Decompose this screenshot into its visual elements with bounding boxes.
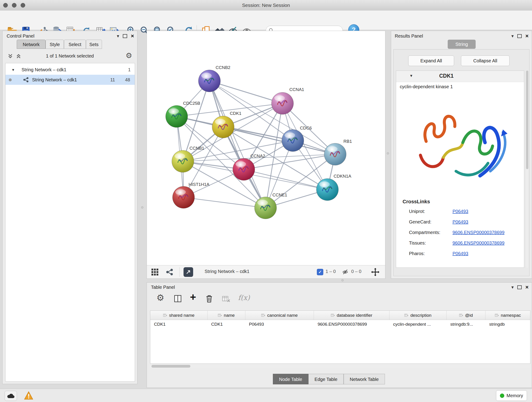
panel-float-icon[interactable]: [517, 34, 522, 38]
cloud-status-button[interactable]: [5, 391, 17, 401]
network-node-cdkn1a[interactable]: [317, 179, 338, 201]
show-columns-button[interactable]: [173, 294, 183, 304]
open-in-browser-button[interactable]: [184, 267, 193, 277]
column-header[interactable]: shared name: [150, 311, 208, 320]
panel-dropdown-icon[interactable]: ▾: [117, 33, 119, 39]
network-node-ccna1[interactable]: [272, 92, 293, 114]
network-name-label: String Network – cdk1: [32, 77, 77, 83]
string-results-container: Expand All Collapse All ▼ CDK1 cyclin-de…: [393, 49, 530, 276]
network-node-cdc6[interactable]: [282, 129, 304, 152]
node-label: CDC6: [300, 126, 312, 130]
column-header[interactable]: database identifier: [314, 311, 389, 320]
external-arrow-icon: [186, 269, 191, 274]
bottom-splitter-handle[interactable]: [341, 279, 344, 281]
network-node-ccna2[interactable]: [233, 158, 255, 180]
panel-float-icon[interactable]: [123, 34, 127, 38]
column-header[interactable]: name: [208, 311, 245, 320]
table-panel-title: Table Panel: [151, 285, 175, 290]
network-tree-child-row[interactable]: String Network – cdk1 11 48: [6, 75, 135, 85]
add-column-button[interactable]: +: [190, 291, 196, 303]
column-header[interactable]: namespac: [486, 311, 530, 320]
hidden-eye-slash-icon[interactable]: [342, 269, 349, 276]
tab-sets[interactable]: Sets: [86, 40, 102, 49]
column-header-label: shared name: [169, 313, 195, 318]
results-panel-controls: ▾ ×: [511, 33, 529, 39]
tab-network-table[interactable]: Network Table: [344, 374, 385, 384]
network-canvas[interactable]: CCNB2CCNA1CDC25BCDK1CDC6RB1CCNB1CCNA2CDK…: [147, 31, 385, 265]
birds-eye-view-button[interactable]: [151, 268, 159, 277]
node-label: CCNA2: [250, 153, 265, 158]
table-cell[interactable]: stringdb:9...: [447, 320, 486, 329]
crosslink-link[interactable]: 9606.ENSP00000378699: [452, 230, 505, 235]
memory-button[interactable]: Memory: [496, 390, 527, 401]
table-cell[interactable]: cyclin-dependent ...: [389, 320, 447, 329]
table-cell[interactable]: CDK1: [208, 320, 245, 329]
selected-checkbox[interactable]: ✓: [317, 269, 323, 275]
network-edge[interactable]: [209, 81, 283, 103]
table-horizontal-scrollbar[interactable]: [150, 364, 530, 368]
tab-network[interactable]: Network: [17, 40, 46, 49]
column-header[interactable]: canonical name: [245, 311, 314, 320]
panel-float-icon[interactable]: [517, 285, 522, 289]
warnings-button[interactable]: [24, 391, 33, 401]
panel-close-icon[interactable]: ×: [525, 33, 529, 39]
panel-close-icon[interactable]: ×: [131, 33, 134, 39]
network-edge[interactable]: [184, 197, 266, 208]
network-node-cdc25b[interactable]: [166, 105, 188, 128]
network-tree-root-row[interactable]: ▼ String Network – cdk1 1: [6, 65, 135, 75]
table-row[interactable]: CDK1 CDK1 P06493 9606.ENSP00000378699 cy…: [150, 320, 530, 329]
collapse-all-button[interactable]: Collapse All: [461, 56, 510, 66]
pan-mode-button[interactable]: [371, 268, 380, 277]
crosslink-link[interactable]: P06493: [452, 219, 468, 225]
gene-collapse-caret-icon[interactable]: ▼: [409, 74, 413, 78]
panel-dropdown-icon[interactable]: ▾: [511, 33, 514, 39]
column-header[interactable]: description: [389, 311, 447, 320]
network-edge[interactable]: [209, 81, 266, 208]
network-node-hist1h1a[interactable]: [172, 186, 195, 208]
current-network-dot-icon: [9, 78, 12, 81]
table-header-row: shared name name canonical name database…: [150, 311, 530, 320]
delete-column-button[interactable]: [205, 294, 214, 304]
table-cell[interactable]: CDK1: [150, 320, 208, 329]
crosslink-row: Compartments:: [409, 230, 440, 235]
tree-expand-caret-icon[interactable]: ▼: [12, 68, 15, 72]
gene-description: cyclin-dependent kinase 1: [400, 84, 453, 89]
network-node-ccnb1[interactable]: [172, 150, 194, 172]
expand-all-button[interactable]: Expand All: [408, 56, 454, 66]
network-node-rb1[interactable]: [324, 143, 346, 165]
crosslink-label: GeneCard:: [409, 219, 431, 224]
tab-style[interactable]: Style: [46, 40, 64, 49]
node-gloss-highlight: [175, 189, 186, 195]
panel-dropdown-icon[interactable]: ▾: [511, 284, 514, 290]
crosslink-link[interactable]: P06493: [452, 251, 468, 256]
column-header[interactable]: @id: [447, 311, 486, 320]
crosslink-link[interactable]: 9606.ENSP00000378699: [452, 240, 505, 246]
panel-close-icon[interactable]: ×: [525, 284, 529, 290]
function-builder-button[interactable]: f(x): [238, 294, 250, 302]
table-cell[interactable]: 9606.ENSP00000378699: [314, 320, 389, 329]
results-scrollbar[interactable]: [526, 70, 528, 268]
network-edge-count: 48: [125, 77, 130, 83]
tab-select[interactable]: Select: [64, 40, 86, 49]
table-options-gear-icon[interactable]: ⚙: [157, 293, 164, 303]
trash-icon: [205, 294, 214, 303]
crosslink-link[interactable]: P06493: [452, 209, 468, 214]
network-options-gear-icon[interactable]: ⚙: [126, 51, 132, 60]
control-panel-controls: ▾ ×: [117, 33, 134, 39]
tab-node-table[interactable]: Node Table: [273, 374, 308, 384]
tab-edge-table[interactable]: Edge Table: [308, 374, 344, 384]
left-splitter-handle[interactable]: [141, 206, 143, 209]
network-node-ccne1[interactable]: [254, 197, 277, 219]
gene-card-header[interactable]: ▼ CDK1: [396, 71, 524, 82]
string-network-button[interactable]: [166, 268, 173, 277]
delete-table-button[interactable]: [222, 294, 231, 305]
network-node-ccnb2[interactable]: [198, 70, 220, 92]
right-splitter-handle[interactable]: [387, 152, 389, 154]
column-header-label: description: [410, 313, 431, 318]
table-cell[interactable]: P06493: [245, 320, 314, 329]
network-edge[interactable]: [266, 103, 283, 208]
network-node-cdk1[interactable]: [212, 116, 234, 138]
table-cell[interactable]: stringdb: [486, 320, 530, 329]
column-header-label: database identifier: [337, 313, 372, 318]
tab-string[interactable]: String: [448, 40, 476, 49]
